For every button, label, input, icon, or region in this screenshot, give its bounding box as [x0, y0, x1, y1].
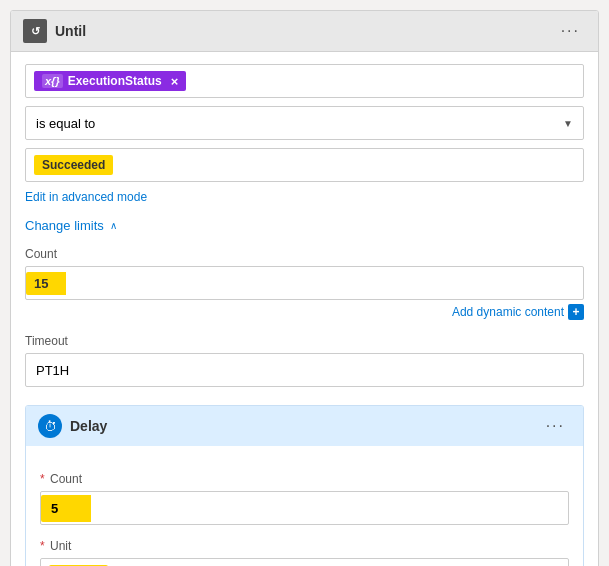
token-input-row: x{} ExecutionStatus ×	[25, 64, 584, 98]
until-title: Until	[55, 23, 86, 39]
timeout-label: Timeout	[25, 334, 584, 348]
change-limits-label: Change limits	[25, 218, 104, 233]
add-dynamic-label: Add dynamic content	[452, 305, 564, 319]
dropdown-value: is equal to	[36, 116, 95, 131]
delay-count-input-row	[40, 491, 569, 525]
count-label: Count	[25, 247, 584, 261]
until-card: ↺ Until ··· x{} ExecutionStatus × is equ…	[10, 10, 599, 566]
until-icon: ↺	[23, 19, 47, 43]
succeeded-badge: Succeeded	[34, 155, 113, 175]
timeout-input-row	[25, 353, 584, 387]
delay-more-options[interactable]: ···	[540, 415, 571, 437]
add-dynamic-row: Add dynamic content +	[25, 304, 584, 320]
delay-header: ⏱ Delay ···	[26, 406, 583, 446]
count-input-row	[25, 266, 584, 300]
until-more-options[interactable]: ···	[555, 20, 586, 42]
token-close-icon[interactable]: ×	[171, 75, 179, 88]
delay-icon: ⏱	[38, 414, 62, 438]
delay-count-label: * Count	[40, 472, 569, 486]
count-input[interactable]	[26, 272, 66, 295]
delay-unit-dropdown[interactable]: Second ▼	[40, 558, 569, 566]
execution-status-token[interactable]: x{} ExecutionStatus ×	[34, 71, 186, 91]
delay-body: * Count * Unit Second ▼	[26, 446, 583, 566]
delay-header-left: ⏱ Delay	[38, 414, 107, 438]
add-dynamic-content-button[interactable]: Add dynamic content +	[452, 304, 584, 320]
chevron-down-icon: ▼	[563, 118, 573, 129]
until-body: x{} ExecutionStatus × is equal to ▼ Succ…	[11, 52, 598, 566]
chevron-up-icon: ∧	[110, 220, 117, 231]
timeout-input[interactable]	[36, 363, 573, 378]
delay-unit-label: * Unit	[40, 539, 569, 553]
token-icon: x{}	[42, 74, 63, 88]
delay-title: Delay	[70, 418, 107, 434]
delay-card: ⏱ Delay ··· * Count * Unit	[25, 405, 584, 566]
succeeded-row: Succeeded	[25, 148, 584, 182]
delay-count-input[interactable]	[41, 495, 91, 522]
delay-count-required: *	[40, 472, 45, 486]
change-limits-toggle[interactable]: Change limits ∧	[25, 218, 584, 233]
token-label: ExecutionStatus	[68, 74, 162, 88]
until-header: ↺ Until ···	[11, 11, 598, 52]
add-dynamic-icon: +	[568, 304, 584, 320]
edit-advanced-mode-link[interactable]: Edit in advanced mode	[25, 190, 147, 204]
delay-unit-required: *	[40, 539, 45, 553]
header-left: ↺ Until	[23, 19, 86, 43]
condition-dropdown[interactable]: is equal to ▼	[25, 106, 584, 140]
